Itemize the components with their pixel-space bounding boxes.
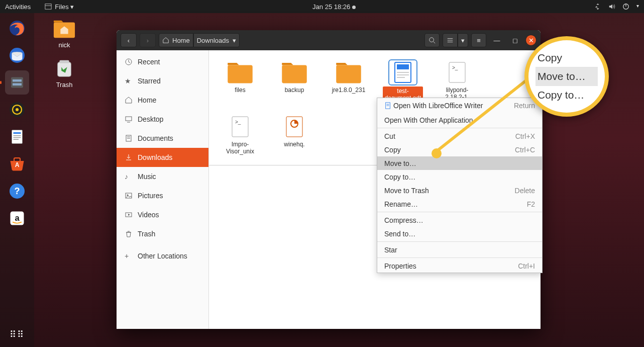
menu-copy-to[interactable]: Copy to… [377,170,542,184]
dock-help[interactable]: ? [5,179,29,203]
documents-icon [125,134,133,142]
zoom-copy: Copy [535,49,598,67]
plus-icon: + [125,252,133,260]
desktop-icons: nick Trash [48,18,80,89]
svg-rect-13 [14,132,21,134]
downloads-icon [125,153,133,161]
power-icon[interactable] [622,3,629,10]
file-item-document-selected[interactable]: test-document.odt [385,60,421,103]
dock: A ? a ⠿⠿ [0,13,34,347]
svg-text:?: ? [15,186,20,196]
files-icon [45,3,52,10]
trash-icon [125,230,133,238]
desktop-trash[interactable]: Trash [48,58,80,89]
svg-rect-44 [397,64,409,69]
menu-open-with-other[interactable]: Open With Other Application [377,113,542,127]
svg-line-27 [434,42,436,44]
sidebar-item-starred[interactable]: ★Starred [117,71,208,91]
forward-button[interactable]: › [140,33,156,47]
clock[interactable]: Jan 25 18:26 [312,3,350,11]
sidebar-item-recent[interactable]: Recent [117,52,208,71]
svg-rect-40 [228,65,253,83]
network-icon[interactable] [594,3,601,10]
svg-rect-15 [14,137,21,138]
zoom-copy-to: Copy to… [535,86,598,104]
svg-text:>_: >_ [235,119,241,125]
star-icon: ★ [125,77,133,85]
menu-copy[interactable]: CopyCtrl+C [377,143,542,156]
sidebar-item-other-locations[interactable]: +Other Locations [117,246,208,266]
breadcrumb-downloads[interactable]: Downloads ▾ [193,33,240,47]
file-item-presentation[interactable]: winehq. [276,115,312,148]
svg-point-11 [16,108,19,111]
sidebar-item-pictures[interactable]: Pictures [117,186,208,205]
pictures-icon [125,192,133,200]
svg-text:a: a [15,213,20,222]
back-button[interactable]: ‹ [121,33,137,47]
menu-send-to[interactable]: Send to… [377,227,542,240]
view-toggle-button[interactable] [443,33,458,47]
menu-properties[interactable]: PropertiesCtrl+I [377,259,542,273]
breadcrumb-home[interactable]: Home [159,33,193,47]
dock-rhythmbox[interactable] [5,98,29,122]
sidebar-item-desktop[interactable]: Desktop [117,110,208,129]
svg-rect-7 [13,79,22,82]
zoom-move-to: Move to… [535,67,598,86]
svg-rect-25 [59,60,69,63]
sidebar: Recent ★Starred Home Desktop Documents D… [117,50,209,329]
sidebar-item-downloads[interactable]: Downloads [117,148,208,167]
view-options-button[interactable]: ▾ [458,33,468,47]
svg-rect-12 [12,130,23,144]
volume-icon[interactable] [608,3,615,10]
svg-rect-16 [14,139,19,140]
file-item-folder[interactable]: backup [276,60,312,94]
clock-icon [125,58,133,66]
file-item-folder[interactable]: files [222,60,258,94]
menu-open-with-default[interactable]: Open With LibreOffice Writer Return [377,98,542,113]
sidebar-item-music[interactable]: ♪Music [117,167,208,186]
svg-text:A: A [15,161,20,168]
callout-dot-icon [432,148,442,158]
search-icon [428,37,436,44]
file-item-folder[interactable]: jre1.8.0_231 [331,60,367,94]
svg-rect-42 [336,65,361,83]
dock-firefox[interactable] [5,16,29,40]
svg-rect-6 [11,77,23,88]
minimize-button[interactable]: — [489,33,504,47]
menu-rename[interactable]: Rename…F2 [377,197,542,211]
close-button[interactable]: ✕ [525,35,536,46]
callout-zoom: Copy Move to… Copy to… [524,36,609,117]
dock-amazon[interactable]: a [5,206,29,230]
dock-libreoffice-writer[interactable] [5,125,29,149]
dock-thunderbird[interactable] [5,43,29,67]
sidebar-item-trash[interactable]: Trash [117,224,208,243]
sidebar-item-home[interactable]: Home [117,91,208,110]
menu-star[interactable]: Star [377,243,542,256]
home-icon [125,96,133,104]
maximize-button[interactable]: ◻ [507,33,522,47]
menu-move-to-trash[interactable]: Move to TrashDelete [377,184,542,197]
top-bar: Activities Files ▾ Jan 25 18:26 ▾ [0,0,644,13]
show-applications-icon[interactable]: ⠿⠿ [10,329,25,340]
file-item-script[interactable]: >_Impro-Visor_unix [222,115,258,155]
search-button[interactable] [424,33,440,47]
chevron-down-icon[interactable]: ▾ [636,3,639,10]
desktop-home-folder[interactable]: nick [48,18,80,49]
dock-files[interactable] [5,70,29,95]
svg-rect-0 [45,4,51,10]
music-icon: ♪ [125,172,133,181]
sidebar-item-documents[interactable]: Documents [117,129,208,148]
activities-button[interactable]: Activities [5,3,31,11]
svg-rect-32 [126,117,132,121]
list-view-icon [447,37,454,44]
hamburger-menu-button[interactable]: ≡ [471,33,486,47]
desktop-icon [125,115,133,123]
app-menu-files[interactable]: Files ▾ [45,3,74,11]
menu-cut[interactable]: CutCtrl+X [377,129,542,143]
menu-move-to[interactable]: Move to… [377,156,542,170]
menu-compress[interactable]: Compress… [377,213,542,227]
svg-rect-14 [14,135,21,136]
sidebar-item-videos[interactable]: Videos [117,205,208,224]
file-item-script[interactable]: >_lilypond-2.18.2-1. [439,60,475,101]
dock-ubuntu-software[interactable]: A [5,152,29,176]
